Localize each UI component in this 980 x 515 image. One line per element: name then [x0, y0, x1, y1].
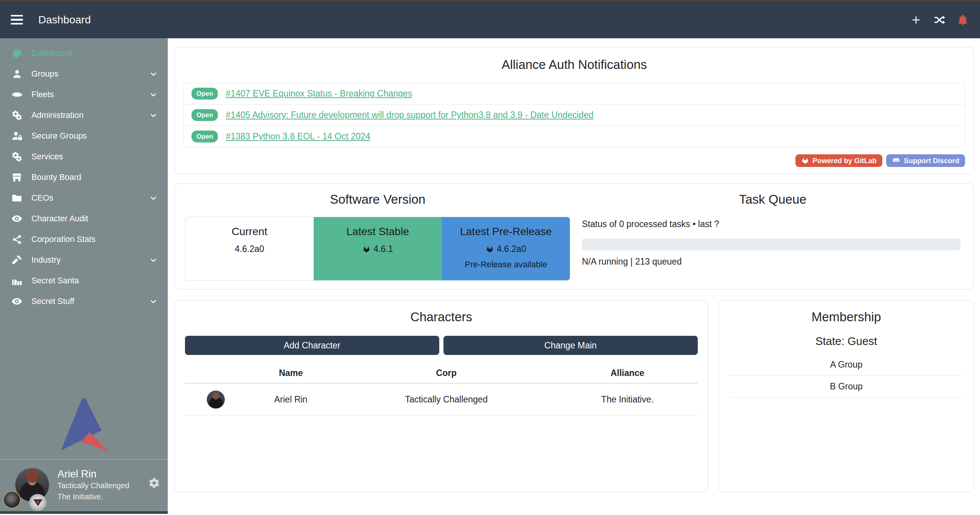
membership-groups: A Group B Group: [726, 354, 967, 397]
alliance-auth-logo: [0, 395, 168, 452]
user-panel: Ariel Rin Tactically Challenged The Init…: [0, 459, 168, 511]
membership-state: State: Guest: [726, 335, 967, 348]
character-name: Ariel Rin: [246, 383, 335, 415]
character-portrait: [207, 391, 225, 409]
version-number: 4.6.1: [373, 244, 393, 254]
user-corp: Tactically Challenged: [57, 480, 129, 491]
bell-icon[interactable]: [957, 14, 969, 26]
sidebar-item-label: Bounty Board: [31, 173, 81, 182]
sidebar-item-secure-groups[interactable]: Secure Groups: [0, 126, 168, 146]
gears-icon: [10, 109, 24, 121]
gifts-icon: [10, 275, 24, 287]
sidebar-item-services[interactable]: Services: [0, 146, 168, 167]
task-queue-progress-bar: [582, 239, 960, 250]
sidebar-item-label: Dashboard: [31, 49, 72, 58]
sidebar-item-secret-santa[interactable]: Secret Santa: [0, 270, 168, 291]
sidebar-item-label: Groups: [31, 69, 59, 79]
sidebar-item-bounty-board[interactable]: Bounty Board: [0, 167, 168, 188]
version-latest-stable: Latest Stable 4.6.1: [314, 217, 442, 280]
add-character-plus-icon[interactable]: [910, 14, 922, 26]
portrait-column-header: [185, 363, 246, 383]
version-number: 4.6.2a0: [497, 244, 526, 254]
notification-row: Open #1407 EVE Equinox Status - Breaking…: [184, 83, 965, 104]
list-item: A Group: [729, 354, 964, 376]
notification-row: Open #1383 Python 3.8 EOL - 14 Oct 2024: [184, 126, 965, 147]
version-latest-prerelease: Latest Pre-Release 4.6.2a0 Pre-Release a…: [442, 217, 570, 280]
user-icon: [10, 68, 24, 80]
sidebar-item-groups[interactable]: Groups: [0, 64, 168, 84]
eye-icon: [10, 213, 24, 225]
notifications-footer: Powered by GitLab Support Discord: [183, 154, 965, 167]
support-discord-badge[interactable]: Support Discord: [886, 154, 965, 167]
chevron-down-icon: [149, 297, 158, 306]
alliance-logo: [29, 494, 46, 511]
hammer-icon: [10, 254, 24, 266]
notification-link[interactable]: #1407 EVE Equinox Status - Breaking Chan…: [226, 88, 412, 99]
membership-panel: Membership State: Guest A Group B Group: [719, 300, 974, 492]
sidebar-item-label: Services: [31, 152, 63, 162]
gitlab-icon: [486, 245, 494, 253]
character-alliance: The Initiative.: [557, 383, 698, 415]
characters-title: Characters: [185, 310, 698, 324]
version-number: 4.6.2a0: [235, 244, 264, 254]
task-queue-status: Status of 0 processed tasks • last ?: [582, 219, 964, 229]
sidebar-item-label: Administration: [31, 111, 83, 120]
chevron-down-icon: [149, 90, 158, 99]
sidebar-item-dashboard[interactable]: Dashboard: [0, 43, 168, 64]
sidebar-item-industry[interactable]: Industry: [0, 250, 168, 270]
powered-by-gitlab-badge[interactable]: Powered by GitLab: [795, 154, 883, 167]
menu-toggle-icon[interactable]: [11, 15, 23, 25]
sidebar-item-label: Industry: [31, 255, 61, 265]
notification-link[interactable]: #1405 Advisory: Future development will …: [226, 110, 593, 120]
dashboard-palette-icon: [10, 47, 24, 59]
navbar-actions: [910, 14, 969, 26]
notifications-panel: Alliance Auth Notifications Open #1407 E…: [175, 47, 974, 174]
sidebar-menu: Dashboard Groups Fleets: [0, 38, 168, 312]
top-navbar: Dashboard: [0, 0, 980, 38]
add-character-button[interactable]: Add Character: [185, 336, 439, 355]
membership-title: Membership: [726, 310, 967, 324]
badge-label: Powered by GitLab: [813, 157, 877, 165]
share-nodes-icon: [10, 233, 24, 245]
chevron-down-icon: [149, 111, 158, 120]
task-queue-counts: N/A running | 213 queued: [582, 257, 964, 267]
user-alliance: The Initiative.: [57, 491, 129, 502]
status-badge: Open: [191, 109, 218, 121]
sidebar-item-secret-stuff[interactable]: Secret Stuff: [0, 291, 168, 312]
sidebar-item-label: Secure Groups: [31, 131, 87, 141]
sidebar-item-character-audit[interactable]: Character Audit: [0, 208, 168, 229]
change-main-button[interactable]: Change Main: [443, 336, 698, 355]
store-icon: [10, 171, 24, 183]
notifications-title: Alliance Auth Notifications: [183, 57, 965, 72]
status-badge: Open: [191, 131, 218, 142]
sidebar-item-ceos[interactable]: CEOs: [0, 188, 168, 208]
sidebar: Dashboard Groups Fleets: [0, 38, 168, 514]
version-current: Current 4.6.2a0: [185, 217, 314, 280]
status-badge: Open: [191, 88, 218, 100]
version-column-label: Latest Stable: [314, 226, 442, 238]
software-version-section: Software Version Current 4.6.2a0 Latest …: [185, 192, 570, 281]
shuffle-icon[interactable]: [933, 14, 946, 26]
software-version-task-queue-panel: Software Version Current 4.6.2a0 Latest …: [175, 183, 974, 289]
gitlab-icon: [362, 245, 371, 253]
user-avatar-stack: [8, 467, 51, 507]
sidebar-item-fleets[interactable]: Fleets: [0, 84, 168, 105]
sidebar-item-label: Secret Stuff: [31, 297, 74, 306]
gears-icon: [10, 150, 24, 163]
chevron-down-icon: [149, 70, 158, 78]
user-settings-gear-icon[interactable]: [148, 477, 160, 489]
user-lock-icon: [10, 130, 24, 142]
corp-column-header: Corp: [335, 363, 557, 383]
sidebar-item-label: Corporation Stats: [31, 235, 95, 244]
notification-link[interactable]: #1383 Python 3.8 EOL - 14 Oct 2024: [226, 131, 370, 142]
characters-table: Name Corp Alliance Ariel Rin Tactically …: [185, 363, 698, 415]
sidebar-item-label: Character Audit: [31, 214, 88, 224]
table-row: Ariel Rin Tactically Challenged The Init…: [185, 383, 698, 415]
task-queue-section: Task Queue Status of 0 processed tasks •…: [576, 192, 964, 281]
sidebar-item-corporation-stats[interactable]: Corporation Stats: [0, 229, 168, 250]
eye-icon: [10, 295, 24, 307]
chevron-down-icon: [149, 256, 158, 265]
task-queue-title: Task Queue: [582, 192, 964, 207]
bottom-row: Characters Add Character Change Main Nam…: [175, 300, 974, 492]
sidebar-item-administration[interactable]: Administration: [0, 105, 168, 126]
